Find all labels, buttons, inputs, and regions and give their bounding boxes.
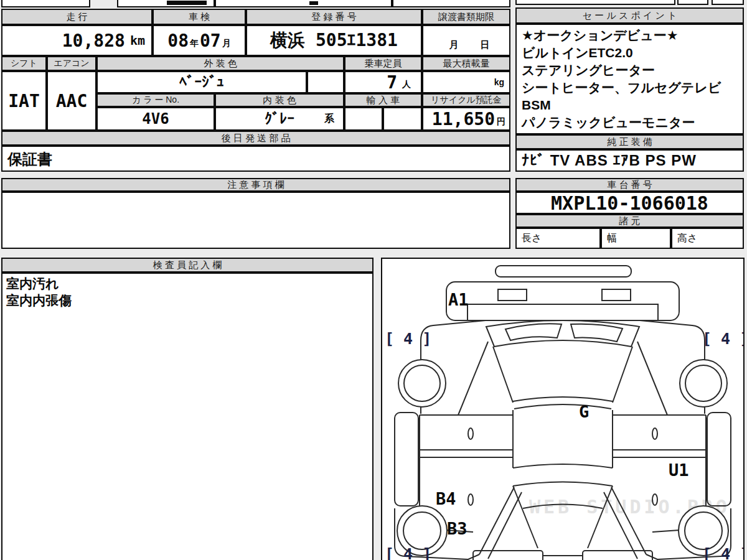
shift-header: シフト — [1, 56, 47, 71]
capacity-header: 乗車定員 — [344, 56, 422, 71]
genuine-equipment-header: 純 正 装 備 — [515, 134, 744, 149]
damage-mark-a1: A1 — [448, 290, 469, 309]
max-load-value: kg — [422, 71, 510, 93]
sales-point-line: シートヒーター、フルセグテレビ — [522, 79, 738, 96]
inspection-year: 08 — [167, 30, 189, 51]
imported-header: 輸 入 車 — [344, 93, 422, 107]
cutoff-cell — [515, 0, 675, 5]
inspector-note-line: 室内内張傷 — [6, 292, 369, 309]
dimension-length-cell: 長さ — [515, 228, 601, 249]
inspector-notes-box: 室内汚れ 室内内張傷 — [1, 273, 374, 560]
registration-value: 横浜 505ｴ1381 — [246, 25, 422, 56]
exterior-color-value: ﾍﾞｰｼﾞｭ — [96, 71, 307, 93]
capacity-number: 7 — [387, 72, 397, 93]
inspector-note-line: 室内汚れ — [6, 275, 369, 292]
inspection-month-unit: 月 — [222, 38, 231, 49]
cutoff-cell — [712, 0, 744, 5]
inspection-month: 07 — [200, 30, 221, 51]
tire-mark-front-left: [ 4 ] — [385, 330, 431, 348]
color-no-value: 4V6 — [96, 107, 215, 131]
recycle-deposit-value: 11,650 円 — [422, 107, 510, 131]
sales-point-line: ステアリングヒーター — [522, 62, 738, 79]
aircon-header: エアコン — [47, 56, 96, 71]
transfer-month-unit: 月 — [449, 39, 459, 51]
mileage-number: 10,828 — [62, 30, 125, 51]
transfer-day-unit: 日 — [481, 39, 490, 51]
cautions-header: 注 意 事 項 欄 — [1, 178, 510, 192]
genuine-equipment-value: ﾅﾋﾞ TV ABS ｴｱB PS PW — [515, 149, 744, 172]
chassis-number-header: 車 台 番 号 — [515, 178, 744, 192]
tire-mark-rear-left: [ 4 ] — [385, 545, 431, 560]
recycle-deposit-unit: 円 — [497, 116, 505, 128]
damage-mark-g: G — [579, 402, 589, 421]
mileage-header: 走 行 — [1, 9, 153, 25]
sales-point-line: ★オークションデビュー★ — [522, 27, 738, 44]
aircon-value: AAC — [47, 71, 96, 131]
later-parts-header: 後 日 発 送 部 品 — [1, 131, 510, 146]
car-diagram-box: WEB STUDIO.PRO — [381, 258, 745, 560]
max-load-unit: kg — [494, 77, 504, 87]
inspection-year-unit: 年 — [190, 38, 199, 49]
cutoff-cell — [215, 0, 392, 7]
cutoff-cell — [677, 0, 708, 5]
dimension-width-cell: 幅 — [601, 228, 671, 249]
sales-points-header: セ ー ル ス ポ イ ン ト — [515, 7, 744, 24]
damage-mark-u1: U1 — [669, 460, 689, 480]
imported-value-blank-2 — [383, 107, 422, 131]
cutoff-text-fragment — [167, 1, 207, 5]
inspector-notes-header: 検 査 員 記 入 欄 — [1, 258, 374, 273]
color-no-header: カ ラ ー No. — [96, 93, 215, 107]
sales-point-line: ビルトインETC2.0 — [522, 44, 738, 62]
car-diagram: WEB STUDIO.PRO — [382, 259, 743, 560]
interior-color-suffix: 系 — [324, 113, 334, 126]
interior-color-name: ｸﾞﾚｰ — [265, 110, 294, 128]
dimensions-header: 諸 元 — [515, 214, 744, 228]
cutoff-text-fragment — [309, 1, 318, 5]
transfer-deadline-value: 月 日 — [422, 25, 510, 56]
inspection-value: 08 年 07 月 — [153, 25, 246, 56]
recycle-deposit-header: リサイクル預託金 — [422, 93, 510, 107]
shift-value: IAT — [1, 71, 47, 131]
recycle-deposit-number: 11,650 — [432, 109, 495, 129]
exterior-color-blank — [307, 71, 344, 93]
cutoff-cell — [392, 0, 510, 7]
exterior-color-header: 外 装 色 — [96, 56, 344, 71]
interior-color-value: ｸﾞﾚｰ 系 — [215, 107, 344, 131]
imported-value-blank-1 — [344, 107, 383, 131]
auction-sheet: 走 行 車 検 登 録 番 号 譲渡書類期限 10,828 km 08 年 07… — [0, 0, 747, 560]
sales-point-line: パノラミックビューモニター — [522, 114, 738, 131]
cutoff-cell — [1, 0, 90, 7]
tire-mark-rear-right: [ 4 ] — [702, 545, 743, 560]
max-load-header: 最大積載量 — [422, 56, 510, 71]
capacity-value: 7 人 — [344, 71, 422, 93]
cautions-box — [1, 192, 510, 249]
dimension-height-cell: 高さ — [671, 228, 744, 249]
mileage-value: 10,828 km — [1, 25, 153, 56]
tire-mark-front-right: [ 4 ] — [702, 330, 743, 348]
capacity-unit: 人 — [402, 79, 411, 90]
mileage-unit: km — [130, 33, 145, 48]
registration-header: 登 録 番 号 — [246, 9, 422, 25]
sales-points-box: ★オークションデビュー★ ビルトインETC2.0 ステアリングヒーター シートヒ… — [515, 24, 744, 134]
sales-point-line: BSM — [522, 96, 738, 114]
cutoff-cell — [117, 0, 215, 7]
inspection-header: 車 検 — [153, 9, 246, 25]
transfer-deadline-header: 譲渡書類期限 — [422, 9, 510, 25]
chassis-number-value: MXPL10-1066018 — [515, 192, 744, 214]
interior-color-header: 内 装 色 — [215, 93, 344, 107]
damage-mark-b4: B4 — [436, 489, 456, 508]
damage-mark-b3: B3 — [447, 519, 467, 538]
later-parts-value: 保証書 — [1, 146, 510, 172]
